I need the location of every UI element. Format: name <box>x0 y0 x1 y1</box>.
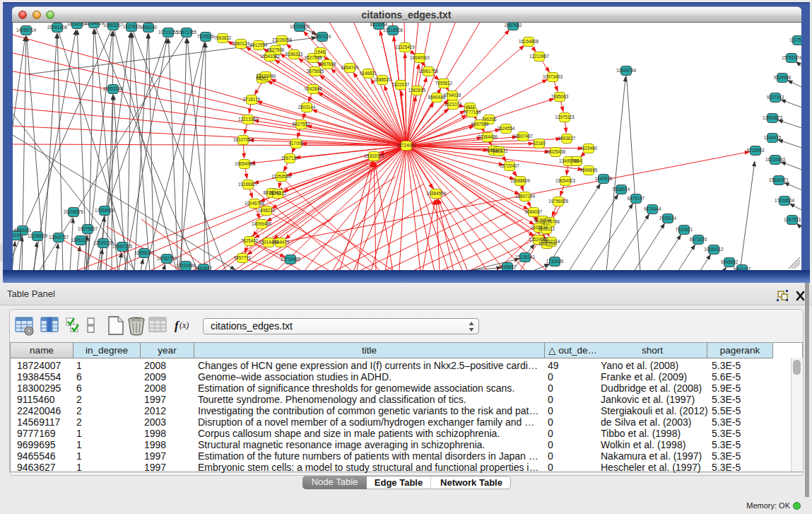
svg-text:10025438: 10025438 <box>546 149 566 154</box>
svg-text:8471676: 8471676 <box>690 237 707 242</box>
svg-text:7485063: 7485063 <box>551 94 569 99</box>
svg-text:(x): (x) <box>180 320 189 330</box>
svg-text:6497568: 6497568 <box>471 122 489 127</box>
svg-text:10654112: 10654112 <box>704 247 724 252</box>
svg-text:62160: 62160 <box>533 141 546 146</box>
svg-text:19218506: 19218506 <box>383 28 404 33</box>
svg-text:7986372: 7986372 <box>490 148 508 153</box>
svg-text:8912954: 8912954 <box>250 42 268 47</box>
svg-text:10719155: 10719155 <box>158 30 179 35</box>
svg-text:8215953: 8215953 <box>747 148 765 153</box>
svg-text:1167533: 1167533 <box>784 217 801 222</box>
svg-text:9527506: 9527506 <box>267 47 285 52</box>
svg-text:16107554: 16107554 <box>233 137 254 142</box>
svg-text:1733426: 1733426 <box>546 259 564 264</box>
svg-text:9242848: 9242848 <box>305 86 322 91</box>
svg-text:19756928: 19756928 <box>548 199 569 204</box>
svg-text:19654923: 19654923 <box>555 178 576 183</box>
svg-text:3875685: 3875685 <box>307 69 324 74</box>
svg-text:16543382: 16543382 <box>260 54 281 59</box>
svg-text:11451194: 11451194 <box>71 238 90 243</box>
svg-text:12942757: 12942757 <box>49 235 69 240</box>
svg-text:12213967: 12213967 <box>529 54 550 59</box>
svg-text:19166827: 19166827 <box>238 182 259 187</box>
svg-text:10973493: 10973493 <box>543 74 563 79</box>
svg-text:2967608: 2967608 <box>319 62 336 66</box>
svg-text:8960124: 8960124 <box>233 41 250 46</box>
svg-text:1640935: 1640935 <box>595 176 613 181</box>
svg-text:12505135: 12505135 <box>93 240 114 245</box>
svg-text:1498222: 1498222 <box>258 208 276 213</box>
svg-text:17359928: 17359928 <box>95 208 115 213</box>
svg-text:11325419: 11325419 <box>395 45 415 49</box>
svg-text:19384554: 19384554 <box>426 191 447 196</box>
svg-text:15720407: 15720407 <box>500 163 520 168</box>
svg-text:6479197: 6479197 <box>628 196 645 201</box>
svg-text:7357224: 7357224 <box>314 34 331 39</box>
svg-text:2522314: 2522314 <box>543 239 560 244</box>
svg-text:23226058: 23226058 <box>272 37 293 42</box>
svg-text:15716485: 15716485 <box>281 257 301 262</box>
svg-text:12213383: 12213383 <box>238 117 259 122</box>
svg-text:6794028: 6794028 <box>444 93 461 98</box>
svg-text:39154: 39154 <box>13 233 22 238</box>
svg-text:15751074: 15751074 <box>782 55 801 60</box>
svg-text:2087682: 2087682 <box>505 23 522 28</box>
svg-text:6466160: 6466160 <box>140 25 158 30</box>
svg-text:20053346: 20053346 <box>103 86 124 91</box>
svg-text:1117533: 1117533 <box>789 37 801 42</box>
svg-text:8186323: 8186323 <box>286 52 303 57</box>
svg-text:1588520: 1588520 <box>374 77 392 82</box>
svg-text:11353594: 11353594 <box>271 174 291 179</box>
svg-text:9463627: 9463627 <box>195 266 213 270</box>
svg-text:9699695: 9699695 <box>580 168 598 173</box>
svg-text:1444479: 1444479 <box>272 240 290 245</box>
svg-text:10653267: 10653267 <box>103 23 124 28</box>
svg-text:16120746: 16120746 <box>540 219 560 224</box>
svg-text:1362615: 1362615 <box>408 88 426 93</box>
svg-text:9404: 9404 <box>572 158 582 163</box>
svg-text:19975867: 19975867 <box>78 226 98 231</box>
svg-text:3267130: 3267130 <box>281 156 299 160</box>
svg-text:9245652: 9245652 <box>721 259 739 264</box>
svg-text:9245652: 9245652 <box>499 264 517 269</box>
svg-text:9777169: 9777169 <box>464 110 481 115</box>
svg-text:9146821: 9146821 <box>360 71 377 76</box>
svg-text:14055714: 14055714 <box>16 28 37 33</box>
svg-text:9329966: 9329966 <box>774 75 792 80</box>
svg-text:9463627: 9463627 <box>558 136 576 141</box>
svg-text:17957255: 17957255 <box>112 244 133 249</box>
svg-text:22420046: 22420046 <box>256 74 276 78</box>
svg-text:16671355: 16671355 <box>177 30 197 35</box>
svg-text:15302075: 15302075 <box>364 153 384 158</box>
svg-text:10958187: 10958187 <box>134 250 155 255</box>
svg-text:20091406: 20091406 <box>47 25 68 30</box>
svg-text:417006: 417006 <box>288 141 304 146</box>
svg-text:1546: 1546 <box>315 49 326 54</box>
svg-text:18640910: 18640910 <box>410 55 430 60</box>
svg-text:15136141: 15136141 <box>515 255 536 259</box>
svg-text:9463107: 9463107 <box>734 267 751 270</box>
svg-text:16154808: 16154808 <box>519 39 539 44</box>
svg-text:20206576: 20206576 <box>64 209 84 214</box>
svg-text:16034809: 16034809 <box>84 23 105 25</box>
svg-text:7663822: 7663822 <box>214 35 232 40</box>
svg-text:15692971: 15692971 <box>769 177 789 182</box>
svg-text:17016504: 17016504 <box>775 198 795 203</box>
svg-text:2935114: 2935114 <box>659 216 677 221</box>
svg-text:7632621: 7632621 <box>676 227 693 232</box>
svg-text:12156829: 12156829 <box>28 233 48 238</box>
svg-text:16961758: 16961758 <box>418 69 439 74</box>
svg-text:8427552: 8427552 <box>293 122 310 127</box>
svg-text:9227343: 9227343 <box>767 95 784 100</box>
svg-text:14099488: 14099488 <box>252 221 272 226</box>
svg-text:10688609: 10688609 <box>510 178 531 183</box>
svg-text:19654983: 19654983 <box>235 161 255 166</box>
svg-text:12923448: 12923448 <box>176 263 196 268</box>
svg-text:8454749: 8454749 <box>341 65 359 70</box>
svg-text:10807487: 10807487 <box>513 134 534 139</box>
svg-text:8878312: 8878312 <box>269 191 287 196</box>
svg-text:16782759: 16782759 <box>157 256 177 261</box>
svg-text:7955812: 7955812 <box>435 81 453 86</box>
svg-text:1244415: 1244415 <box>764 135 782 140</box>
